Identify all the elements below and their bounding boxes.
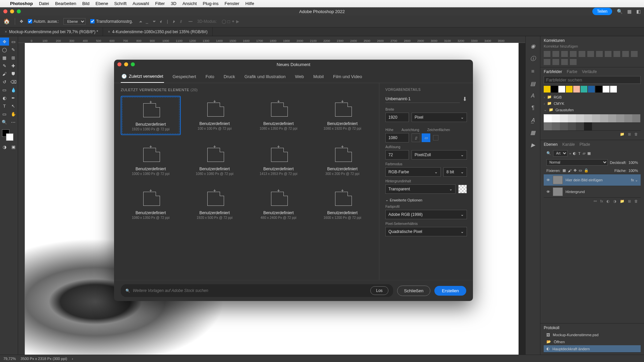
layer-row[interactable]: 👁Hintergrund — [544, 186, 641, 197]
align-vcenter-icon[interactable]: ⎯ — [144, 18, 150, 24]
auto-select-target[interactable]: Ebene — [63, 18, 86, 25]
lasso-tool[interactable]: ◯ — [0, 46, 9, 54]
lock-pixels-icon[interactable]: 🖌 — [568, 169, 572, 173]
glyphs-panel-icon[interactable]: A̲ — [531, 117, 535, 123]
swatch[interactable] — [588, 86, 595, 93]
hue-icon[interactable] — [587, 51, 594, 57]
background-select[interactable]: Transparent⌄ — [385, 184, 455, 194]
link-layers-icon[interactable]: ⚯ — [594, 199, 597, 203]
quick-mask-tool[interactable]: ◑ — [0, 143, 9, 151]
advanced-toggle[interactable]: ⌄Erweiterte Optionen — [385, 198, 467, 202]
modal-tab[interactable]: Foto — [205, 71, 215, 83]
swatch[interactable] — [608, 114, 616, 122]
bit-depth-select[interactable]: 8 bit⌄ — [443, 167, 467, 177]
app-name[interactable]: Photoshop — [10, 1, 33, 6]
background-swatch[interactable] — [458, 185, 467, 193]
align-right-icon[interactable]: ⏵ — [171, 18, 177, 24]
align-bottom-icon[interactable]: ⏷ — [151, 18, 157, 24]
swatch[interactable] — [552, 114, 560, 122]
modal-min-icon[interactable] — [124, 62, 128, 66]
status-chevron-icon[interactable]: › — [72, 357, 73, 361]
tab-pfade[interactable]: Pfade — [580, 142, 590, 147]
menu-ebene[interactable]: Ebene — [96, 1, 108, 6]
character-panel-icon[interactable]: A — [531, 93, 535, 99]
stock-go-button[interactable]: Los — [370, 286, 388, 295]
tab-farbfelder[interactable]: Farbfelder — [544, 69, 562, 74]
distribute-icon[interactable]: ⫴ — [178, 18, 184, 24]
orientation-portrait[interactable]: ▯ — [412, 133, 420, 142]
swatch[interactable] — [584, 122, 592, 130]
fx-badge[interactable]: fx ⌄ — [631, 178, 638, 182]
close-tab-icon[interactable]: × — [5, 29, 7, 34]
preset-card[interactable]: +Benutzerdefiniert1600 x 1200 Px @ 72 pp… — [313, 185, 373, 223]
preset-card[interactable]: +Benutzerdefiniert1413 x 2853 Px @ 72 pp… — [249, 141, 309, 179]
menu-datei[interactable]: Datei — [39, 1, 49, 6]
visibility-icon[interactable]: 👁 — [546, 178, 550, 182]
artboard-tool[interactable]: ▭ — [9, 38, 18, 46]
hand-tool[interactable]: ✋ — [9, 110, 18, 118]
align-hcenter-icon[interactable]: | — [164, 18, 170, 24]
vibrance-icon[interactable] — [579, 51, 585, 57]
menu-3d[interactable]: 3D — [171, 1, 176, 6]
swatch[interactable] — [544, 114, 552, 122]
swatch[interactable] — [632, 114, 640, 122]
menu-filter[interactable]: Filter — [155, 1, 165, 6]
share-button[interactable]: Teilen — [592, 8, 612, 15]
swatch[interactable] — [568, 114, 576, 122]
modal-tab[interactable]: Mobil — [313, 71, 324, 83]
preset-card[interactable]: +Benutzerdefiniert1080 x 1080 Px @ 72 pp… — [185, 141, 245, 179]
libraries-panel-icon[interactable]: ▤ — [530, 80, 535, 87]
filter-smart-icon[interactable]: ▦ — [587, 151, 591, 156]
workspace-icon[interactable]: ▦ — [627, 9, 632, 14]
swatch[interactable] — [595, 86, 602, 93]
path-tool[interactable]: ↖ — [9, 102, 18, 110]
gradient-tool[interactable]: ▭ — [0, 86, 9, 94]
layer-thumb[interactable] — [553, 176, 563, 184]
menu-bearbeiten[interactable]: Bearbeiten — [55, 1, 76, 6]
stock-search-input[interactable] — [133, 288, 368, 293]
modal-tab[interactable]: Film und Video — [332, 71, 363, 83]
frame-tool[interactable]: ⊞ — [9, 54, 18, 62]
swatch-search-input[interactable] — [544, 76, 641, 84]
color-profile-select[interactable]: Adobe RGB (1998)⌄ — [385, 210, 467, 219]
orientation-landscape[interactable]: ▭ — [422, 133, 430, 142]
swatch[interactable] — [544, 122, 552, 130]
swatch[interactable] — [558, 86, 565, 93]
swatch[interactable] — [560, 114, 568, 122]
layer-filter[interactable]: Art — [553, 150, 568, 157]
properties-panel-icon[interactable]: ⓘ — [530, 55, 536, 62]
filter-adjust-icon[interactable]: ◐ — [573, 151, 576, 156]
close-button[interactable]: Schließen — [397, 286, 431, 296]
colorbalance-icon[interactable] — [596, 51, 603, 57]
lock-artboard-icon[interactable]: ▭ — [579, 168, 582, 173]
new-folder-icon[interactable]: 📁 — [620, 132, 625, 136]
stamp-tool[interactable]: ⛊ — [9, 70, 18, 78]
history-item[interactable]: ◐Hauptdeckkraft ändern — [544, 345, 641, 352]
document-tab[interactable]: ×Mockup-Kundenstimme.psd bei 79,7% (RGB/… — [0, 27, 103, 36]
home-icon[interactable]: 🏠 — [3, 18, 10, 24]
swatch[interactable] — [568, 122, 576, 130]
actions-panel-icon[interactable]: ▶ — [531, 142, 535, 148]
swatch[interactable] — [616, 114, 624, 122]
history-brush-tool[interactable]: ↺ — [0, 78, 9, 86]
shape-tool[interactable]: ▭ — [0, 110, 9, 118]
zoom-window-icon[interactable] — [17, 9, 21, 13]
preset-card[interactable]: +Benutzerdefiniert300 x 200 Px @ 72 ppi — [313, 141, 373, 179]
history-doc-entry[interactable]: 🖼Mockup-Kundenstimme.psd — [544, 331, 641, 338]
zoom-tool[interactable]: 🔍 — [0, 118, 9, 126]
height-input[interactable] — [385, 133, 409, 142]
crop-tool[interactable]: ▦ — [0, 54, 9, 62]
exposure-icon[interactable] — [570, 51, 577, 57]
close-tab-icon[interactable]: × — [108, 29, 110, 34]
width-input[interactable] — [385, 113, 409, 122]
layer-row[interactable]: 👁Hier dein Bild einfügenfx ⌄ — [544, 174, 641, 186]
tab-ebenen[interactable]: Ebenen — [544, 142, 557, 147]
menu-auswahl[interactable]: Auswahl — [132, 1, 149, 6]
modal-close-icon[interactable] — [117, 62, 121, 66]
swatch[interactable] — [551, 86, 558, 93]
screen-mode-tool[interactable]: ▣ — [9, 143, 18, 151]
filter-shape-icon[interactable]: ▱ — [583, 151, 585, 156]
tab-farbe[interactable]: Farbe — [567, 69, 577, 74]
preset-card[interactable]: +Benutzerdefiniert1080 x 1920 Px @ 72 pp… — [313, 96, 373, 135]
document-name-input[interactable] — [385, 95, 460, 103]
